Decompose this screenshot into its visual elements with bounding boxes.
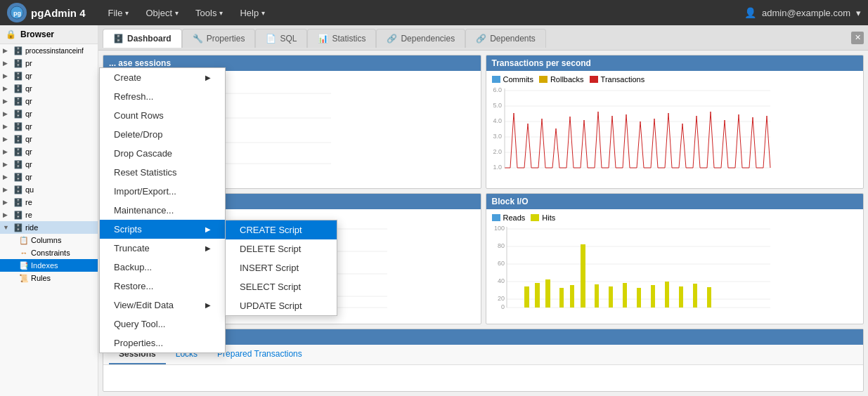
sidebar-item-4[interactable]: ▶ 🗄️ qr bbox=[0, 95, 98, 107]
app-container: pg pgAdmin 4 File ▾ Object ▾ Tools ▾ Hel… bbox=[0, 0, 868, 396]
menu-item-properties[interactable]: Properties... bbox=[100, 334, 225, 352]
tab-bar: 🗄️ Dashboard 🔧 Properties 📄 SQL 📊 Statis… bbox=[98, 25, 868, 51]
logo-icon: pg bbox=[7, 3, 27, 22]
menu-item-import-export[interactable]: Import/Export... bbox=[100, 182, 225, 201]
menu-help[interactable]: Help ▾ bbox=[231, 4, 273, 22]
menu-item-maintenance-label: Maintenance... bbox=[114, 205, 174, 216]
legend-rollbacks: Rollbacks bbox=[539, 75, 584, 84]
menu-item-reset-statistics[interactable]: Reset Statistics bbox=[100, 163, 225, 182]
tree-label-indexes: Indexes bbox=[31, 261, 58, 270]
menu-item-backup[interactable]: Backup... bbox=[100, 258, 225, 277]
svg-rect-69 bbox=[693, 284, 697, 308]
svg-text:60: 60 bbox=[497, 260, 504, 267]
legend-commits-label: Commits bbox=[503, 75, 533, 84]
sidebar-item-3[interactable]: ▶ 🗄️ qr bbox=[0, 82, 98, 95]
sidebar: 🔒 Browser ▶ 🗄️ processinstanceinf ▶ 🗄️ p… bbox=[0, 25, 98, 396]
tree-toggle-ride: ▼ bbox=[3, 224, 11, 231]
sidebar-item-rules[interactable]: 📜 Rules bbox=[0, 272, 98, 284]
topbar-right: 👤 admin@example.com ▾ bbox=[744, 7, 861, 18]
menu-item-truncate-label: Truncate bbox=[114, 243, 150, 253]
menu-item-import-export-label: Import/Export... bbox=[114, 186, 176, 197]
tab-dependencies[interactable]: 🔗 Dependencies bbox=[376, 29, 465, 48]
legend-hits-label: Hits bbox=[542, 213, 555, 222]
tab-dashboard[interactable]: 🗄️ Dashboard bbox=[103, 29, 182, 48]
menu-item-create[interactable]: Create ▶ bbox=[100, 68, 225, 87]
sidebar-item-2[interactable]: ▶ 🗄️ qr bbox=[0, 70, 98, 82]
menu-item-refresh[interactable]: Refresh... bbox=[100, 87, 225, 106]
tree-toggle-1: ▶ bbox=[3, 60, 11, 67]
svg-text:0: 0 bbox=[500, 303, 504, 310]
sidebar-item-8[interactable]: ▶ 🗄️ qr bbox=[0, 145, 98, 158]
submenu-update-script-label: UPDATE Script bbox=[240, 301, 302, 311]
sidebar-item-ride[interactable]: ▼ 🗄️ ride bbox=[0, 221, 98, 234]
block-io-chart-body: Reads Hits 100 80 60 40 20 bbox=[486, 209, 864, 319]
submenu-item-update-script[interactable]: UPDATE Script bbox=[226, 296, 337, 315]
tab-sql-label: SQL bbox=[280, 34, 297, 44]
sidebar-item-6[interactable]: ▶ 🗄️ qr bbox=[0, 120, 98, 133]
sidebar-item-columns[interactable]: 📋 Columns bbox=[0, 234, 98, 246]
svg-text:4.0: 4.0 bbox=[493, 117, 502, 124]
block-io-chart-panel: Block I/O Reads Hits bbox=[486, 193, 864, 325]
menu-item-restore[interactable]: Restore... bbox=[100, 277, 225, 296]
submenu-item-insert-script[interactable]: INSERT Script bbox=[226, 258, 337, 277]
svg-rect-57 bbox=[535, 283, 540, 308]
browser-icon: 🔒 bbox=[6, 29, 16, 39]
sidebar-item-12[interactable]: ▶ 🗄️ re bbox=[0, 196, 98, 209]
sidebar-tree[interactable]: ▶ 🗄️ processinstanceinf ▶ 🗄️ pr ▶ 🗄️ qr … bbox=[0, 44, 98, 392]
dashboard-icon: 🗄️ bbox=[113, 34, 124, 44]
svg-text:80: 80 bbox=[497, 242, 504, 249]
legend-reads-label: Reads bbox=[503, 213, 526, 222]
properties-icon: 🔧 bbox=[193, 34, 203, 44]
menu-tools[interactable]: Tools ▾ bbox=[187, 4, 231, 22]
tab-properties[interactable]: 🔧 Properties bbox=[182, 29, 256, 48]
sidebar-item-9[interactable]: ▶ 🗄️ qr bbox=[0, 158, 98, 171]
menu-item-delete-drop[interactable]: Delete/Drop bbox=[100, 125, 225, 144]
menu-item-view-edit-data[interactable]: View/Edit Data ▶ bbox=[100, 296, 225, 315]
scripts-submenu: CREATE Script DELETE Script INSERT Scrip… bbox=[225, 220, 337, 316]
menu-file-arrow: ▾ bbox=[125, 9, 129, 17]
tab-dependents[interactable]: 🔗 Dependents bbox=[465, 29, 546, 48]
block-io-chart-svg: 100 80 60 40 20 0 bbox=[489, 223, 861, 315]
legend-hits-color bbox=[531, 214, 539, 221]
sidebar-item-11[interactable]: ▶ 🗄️ qu bbox=[0, 183, 98, 196]
svg-rect-66 bbox=[651, 285, 655, 308]
menu-item-count-rows[interactable]: Count Rows bbox=[100, 106, 225, 125]
db-tab-prepared-label: Prepared Transactions bbox=[217, 349, 302, 359]
menu-object[interactable]: Object ▾ bbox=[137, 4, 187, 22]
submenu-item-delete-script[interactable]: DELETE Script bbox=[226, 239, 337, 258]
panel-close-button[interactable]: ✕ bbox=[851, 32, 864, 44]
sidebar-item-10[interactable]: ▶ 🗄️ qr bbox=[0, 171, 98, 183]
topbar-menu: File ▾ Object ▾ Tools ▾ Help ▾ bbox=[100, 4, 274, 22]
submenu-item-select-script[interactable]: SELECT Script bbox=[226, 277, 337, 296]
svg-text:1.0: 1.0 bbox=[493, 164, 502, 171]
menu-help-arrow: ▾ bbox=[261, 9, 265, 17]
svg-text:100: 100 bbox=[493, 225, 504, 232]
svg-text:6.0: 6.0 bbox=[493, 86, 502, 93]
transactions-chart-body: Commits Rollbacks Transactions bbox=[486, 71, 864, 181]
tab-sql[interactable]: 📄 SQL bbox=[255, 29, 307, 48]
user-menu-arrow[interactable]: ▾ bbox=[856, 8, 861, 18]
submenu-item-create-script[interactable]: CREATE Script bbox=[226, 220, 337, 239]
submenu-select-script-label: SELECT Script bbox=[240, 282, 301, 292]
tab-statistics[interactable]: 📊 Statistics bbox=[307, 29, 376, 48]
tree-label-1: pr bbox=[25, 59, 32, 67]
menu-item-maintenance[interactable]: Maintenance... bbox=[100, 201, 225, 220]
menu-item-drop-cascade[interactable]: Drop Cascade bbox=[100, 144, 225, 163]
menu-item-scripts[interactable]: Scripts ▶ bbox=[100, 220, 225, 239]
sidebar-item-0[interactable]: ▶ 🗄️ processinstanceinf bbox=[0, 44, 98, 57]
legend-reads-color bbox=[492, 214, 500, 221]
sidebar-item-1[interactable]: ▶ 🗄️ pr bbox=[0, 57, 98, 70]
sidebar-item-7[interactable]: ▶ 🗄️ qr bbox=[0, 133, 98, 145]
db-activity-content bbox=[103, 365, 863, 386]
svg-rect-61 bbox=[581, 244, 585, 308]
menu-item-truncate[interactable]: Truncate ▶ bbox=[100, 239, 225, 258]
scripts-wrapper: Scripts ▶ CREATE Script DELETE Script IN… bbox=[100, 220, 225, 239]
menu-item-scripts-arrow: ▶ bbox=[205, 225, 211, 233]
tree-label-0: processinstanceinf bbox=[25, 47, 84, 55]
sidebar-item-constraints[interactable]: ↔️ Constraints bbox=[0, 246, 98, 259]
sidebar-item-indexes[interactable]: 📑 Indexes bbox=[0, 259, 98, 272]
sidebar-item-13[interactable]: ▶ 🗄️ re bbox=[0, 209, 98, 221]
menu-item-query-tool[interactable]: Query Tool... bbox=[100, 315, 225, 334]
menu-file[interactable]: File ▾ bbox=[100, 4, 138, 22]
sidebar-item-5[interactable]: ▶ 🗄️ qr bbox=[0, 107, 98, 120]
